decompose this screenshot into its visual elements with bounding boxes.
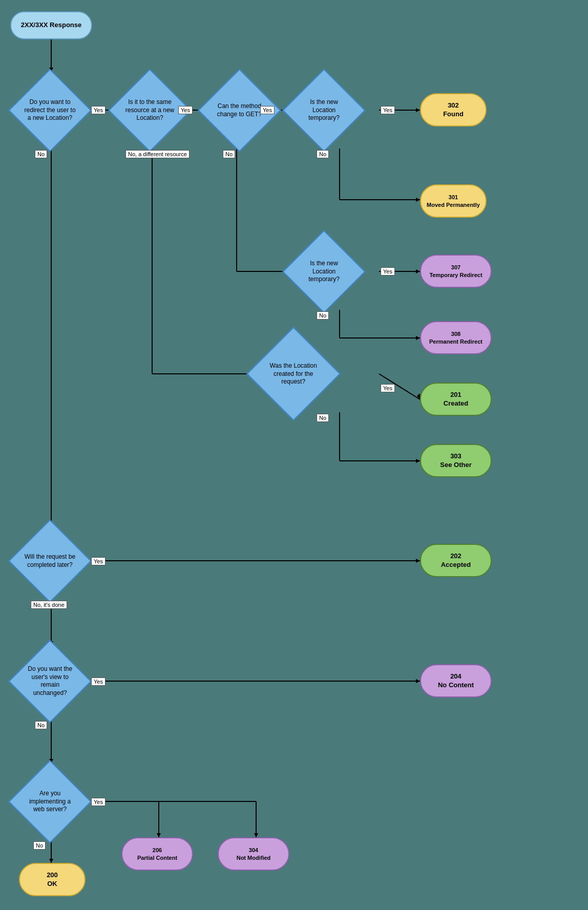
svg-marker-20 [416,198,420,202]
q8-no-label: No [33,841,46,850]
svg-marker-22 [416,269,420,273]
q4a-yes-label: Yes [381,106,395,114]
svg-marker-30 [416,459,420,463]
svg-marker-17 [416,108,420,112]
svg-marker-36 [416,679,420,683]
r201-node: 201 Created [420,383,492,416]
svg-marker-44 [254,833,258,837]
q4b-yes-label: Yes [381,267,395,276]
r307-node: 307 Temporary Redirect [420,255,492,288]
r204-node: 204 No Content [420,664,492,697]
q7-yes-label: Yes [91,678,106,686]
q5-no-label: No [317,414,329,422]
q7-diamond: Do you want the user's view to remain un… [10,643,90,719]
svg-marker-41 [157,833,161,837]
svg-marker-25 [416,336,420,340]
q5-diamond: Was the Location created for the request… [246,335,341,412]
r200-node: 200 OK [19,863,86,896]
q1-diamond: Do you want to redirect the user to a ne… [10,72,90,149]
flowchart: 2XX/3XX Response Do you want to redirect… [0,0,588,910]
q3-yes-label: Yes [260,106,275,114]
start-node: 2XX/3XX Response [10,11,92,39]
q4a-diamond: Is the new Location temporary? [284,72,364,149]
r304-node: 304 Not Modified [218,837,289,871]
r308-node: 308 Permanent Redirect [420,321,492,354]
q5-yes-label: Yes [381,384,395,392]
q4b-diamond: Is the new Location temporary? [284,233,364,310]
r303-node: 303 See Other [420,444,492,477]
q8-diamond: Are you implementing a web server? [10,763,90,840]
q3-no-label: No [223,150,235,158]
q1-no-label: No [35,150,47,158]
q6-diamond: Will the request be completed later? [10,522,90,599]
r206-node: 206 Partial Content [121,837,193,871]
svg-marker-32 [416,559,420,563]
q6-no-label: No, it's done [31,601,67,609]
q2-yes-label: Yes [178,106,193,114]
q2-diamond: Is it to the same resource at a new Loca… [110,72,190,149]
r301-node: 301 Moved Permanently [420,184,487,218]
q1-yes-label: Yes [91,106,106,114]
q8-yes-label: Yes [91,798,106,806]
q7-no-label: No [35,721,47,729]
q6-yes-label: Yes [91,557,106,565]
r302-node: 302 Found [420,93,487,126]
q4a-no-label: No [317,150,329,158]
q2-no-label: No, a different resource [125,150,190,158]
q4b-no-label: No [317,311,329,320]
r202-node: 202 Accepted [420,544,492,577]
svg-marker-46 [49,859,53,863]
